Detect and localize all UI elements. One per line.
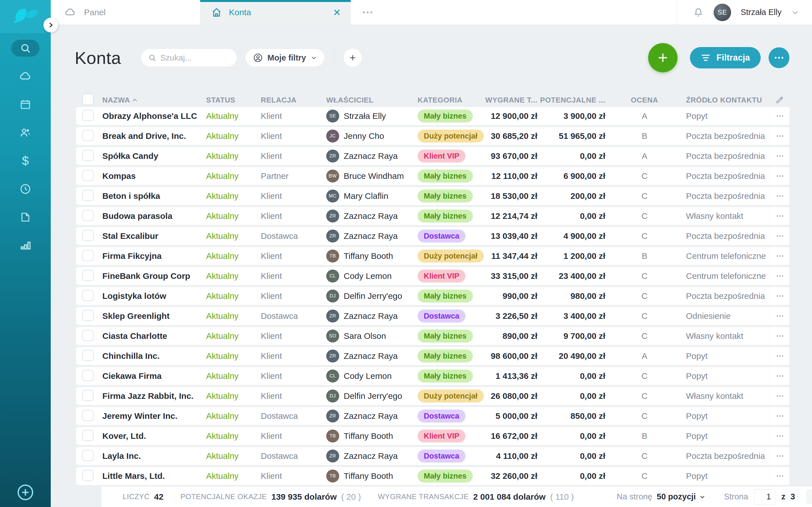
sidebar-item-activities[interactable] [0,180,51,198]
table-row[interactable]: Logistyka lotów Aktualny Klient DJ Delfi… [76,287,790,305]
column-header-status[interactable]: STATUS [206,96,261,105]
table-row[interactable]: Chinchilla Inc. Aktualny Klient ZR Zazna… [76,347,790,365]
account-name[interactable]: Budowa parasola [102,211,206,221]
my-filters-button[interactable]: Moje filtry [245,49,324,67]
account-name[interactable]: Spółka Candy [102,151,206,161]
column-header-source[interactable]: ŹRÓDŁO KONTAKTU [684,96,770,105]
account-name[interactable]: Break and Drive, Inc. [102,131,206,141]
row-checkbox[interactable] [82,170,94,181]
account-name[interactable]: Kompas [102,171,206,181]
previous-page-button[interactable] [806,490,812,504]
row-actions-button[interactable] [770,407,790,425]
tab-konta[interactable]: Konta [200,0,351,24]
sidebar-add-button[interactable] [16,483,35,503]
table-row[interactable]: FineBank Group Corp Aktualny Klient CL C… [76,267,790,285]
more-actions-button[interactable] [769,47,790,68]
row-actions-button[interactable] [770,167,790,185]
table-row[interactable]: Stal Excalibur Aktualny Dostawca ZR Zazn… [76,227,790,245]
account-name[interactable]: Ciasta Charlotte [102,331,206,341]
account-name[interactable]: Beton i spółka [102,191,206,201]
row-actions-button[interactable] [770,307,790,325]
account-name[interactable]: Firma Fikcyjna [102,251,206,261]
column-header-rating[interactable]: OCENA [605,96,684,105]
row-checkbox[interactable] [82,430,94,441]
page-number-input[interactable] [754,489,775,504]
row-checkbox[interactable] [82,290,94,301]
table-row[interactable]: Sklep Greenlight Aktualny Dostawca ZR Za… [76,307,790,325]
row-actions-button[interactable] [770,447,790,465]
sidebar-item-documents[interactable] [0,208,51,226]
row-checkbox[interactable] [82,130,94,141]
account-name[interactable]: FineBank Group Corp [102,271,206,281]
account-name[interactable]: Ciekawa Firma [102,371,206,381]
row-actions-button[interactable] [770,287,790,305]
tab-close-button[interactable] [333,8,341,17]
chevron-down-icon[interactable] [791,8,799,16]
account-name[interactable]: Sklep Greenlight [102,311,206,321]
search-input[interactable] [160,53,222,62]
select-all-checkbox[interactable] [82,94,94,105]
table-row[interactable]: Obrazy Alphonse'a LLC Aktualny Klient SE… [76,107,790,125]
row-checkbox[interactable] [82,230,94,241]
row-checkbox[interactable] [82,390,94,401]
row-checkbox[interactable] [82,450,94,461]
account-name[interactable]: Firma Jazz Rabbit, Inc. [102,391,206,401]
table-row[interactable]: Beton i spółka Aktualny Klient MC Mary C… [76,187,790,205]
account-name[interactable]: Obrazy Alphonse'a LLC [102,111,206,121]
column-header-relation[interactable]: RELACJA [261,96,326,105]
row-checkbox[interactable] [82,190,94,201]
sidebar-item-calendar[interactable] [0,95,51,114]
row-actions-button[interactable] [770,367,790,385]
row-checkbox[interactable] [82,270,94,281]
account-name[interactable]: Layla Inc. [102,451,206,461]
sidebar-item-dashboard[interactable] [0,67,51,86]
sidebar-item-search[interactable] [0,39,51,57]
user-avatar[interactable]: SE [714,4,731,21]
tabs-overflow-button[interactable] [351,0,385,24]
row-checkbox[interactable] [82,310,94,321]
row-actions-button[interactable] [770,427,790,445]
column-header-name[interactable]: NAZWA [102,96,206,105]
row-actions-button[interactable] [770,267,790,285]
account-name[interactable]: Logistyka lotów [102,291,206,301]
table-row[interactable]: Ciasta Charlotte Aktualny Klient SO Sara… [76,327,790,345]
app-logo[interactable] [0,0,51,33]
tab-panel[interactable]: Panel [51,0,200,24]
table-row[interactable]: Budowa parasola Aktualny Klient ZR Zazna… [76,207,790,225]
row-actions-button[interactable] [770,247,790,265]
table-row[interactable]: Little Mars, Ltd. Aktualny Klient TB Tif… [76,467,790,485]
row-checkbox[interactable] [82,210,94,221]
row-actions-button[interactable] [770,107,790,125]
column-header-potential[interactable]: POTENCJALNE ... [538,96,605,105]
account-name[interactable]: Kover, Ltd. [102,431,206,441]
per-page-select[interactable]: 50 pozycji [657,492,705,501]
row-checkbox[interactable] [82,370,94,381]
sidebar-item-sales[interactable]: $ [0,152,51,170]
table-row[interactable]: Firma Fikcyjna Aktualny Klient TB Tiffan… [76,247,790,265]
row-actions-button[interactable] [770,127,790,145]
edit-columns-button[interactable] [770,96,790,104]
row-checkbox[interactable] [82,350,94,361]
account-name[interactable]: Stal Excalibur [102,231,206,241]
row-actions-button[interactable] [770,207,790,225]
table-row[interactable]: Kover, Ltd. Aktualny Klient TB Tiffany B… [76,427,790,445]
account-name[interactable]: Jeremy Winter Inc. [102,411,206,421]
row-actions-button[interactable] [770,467,790,485]
row-checkbox[interactable] [82,470,94,481]
row-checkbox[interactable] [82,410,94,421]
row-checkbox[interactable] [82,250,94,261]
sidebar-item-reports[interactable] [0,236,51,255]
table-row[interactable]: Spółka Candy Aktualny Klient ZR Zaznacz … [76,147,790,165]
row-checkbox[interactable] [82,150,94,161]
account-name[interactable]: Little Mars, Ltd. [102,471,206,481]
table-row[interactable]: Jeremy Winter Inc. Aktualny Dostawca ZR … [76,407,790,425]
filter-button[interactable]: Filtracja [690,47,761,68]
table-row[interactable]: Kompas Aktualny Partner BW Bruce Windham… [76,167,790,185]
row-checkbox[interactable] [82,330,94,341]
table-row[interactable]: Break and Drive, Inc. Aktualny Klient JC… [76,127,790,145]
row-actions-button[interactable] [770,327,790,345]
column-header-owner[interactable]: WŁAŚCICIEL [326,96,417,105]
row-actions-button[interactable] [770,227,790,245]
row-actions-button[interactable] [770,187,790,205]
table-row[interactable]: Ciekawa Firma Aktualny Klient CL Cody Le… [76,367,790,385]
